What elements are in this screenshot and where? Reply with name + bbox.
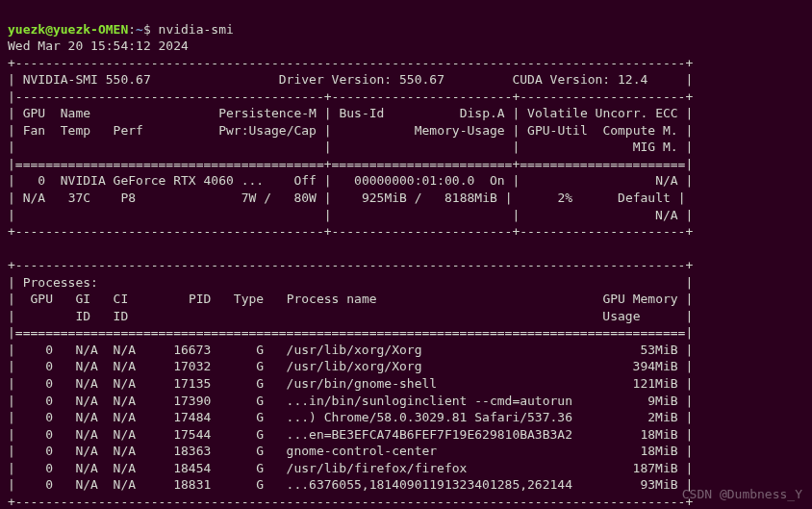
watermark: CSDN @Dumbness_Y [682, 486, 802, 503]
command-input[interactable]: nvidia-smi [159, 22, 234, 37]
processes-title: | Processes: | [8, 275, 693, 290]
gpu-row-0-line3: | | | N/A | [8, 208, 693, 222]
prompt-host: yuezk-OMEN [53, 22, 128, 37]
prompt-user: yuezk [8, 22, 45, 37]
processes-col-header-1: | GPU GI CI PID Type Process name GPU Me… [8, 292, 693, 306]
header-row: | NVIDIA-SMI 550.67 Driver Version: 550.… [8, 72, 693, 87]
prompt-path: ~ [136, 22, 143, 37]
processes-col-header-2: | ID ID Usage | [8, 309, 693, 323]
nvidia-smi-table: +---------------------------------------… [8, 56, 693, 509]
gpu-col-header-1: | GPU Name Persistence-M | Bus-Id Disp.A… [8, 106, 693, 120]
output-datetime: Wed Mar 20 15:54:12 2024 [8, 38, 189, 53]
terminal-output[interactable]: yuezk@yuezk-OMEN:~$ nvidia-smi Wed Mar 2… [0, 0, 812, 509]
shell-prompt: yuezk@yuezk-OMEN:~$ [8, 22, 159, 37]
gpu-col-header-3: | | | MIG M. | [8, 140, 693, 154]
gpu-row-0-line2: | N/A 37C P8 7W / 80W | 925MiB / 8188MiB… [8, 191, 686, 205]
gpu-row-0-line1: | 0 NVIDIA GeForce RTX 4060 ... Off | 00… [8, 173, 693, 188]
gpu-col-header-2: | Fan Temp Perf Pwr:Usage/Cap | Memory-U… [8, 123, 693, 138]
